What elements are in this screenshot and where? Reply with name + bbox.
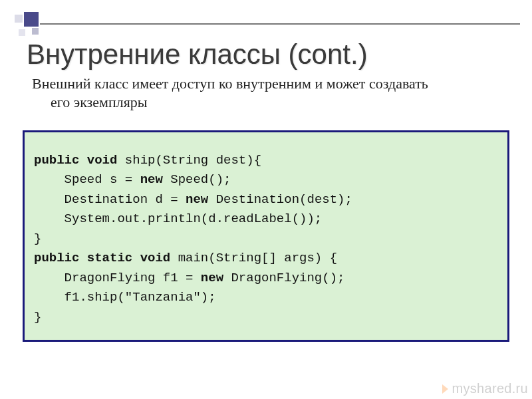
code-text: Destination d =	[34, 192, 186, 207]
code-text: DragonFlying f1 =	[34, 271, 201, 285]
code-text: f1.ship("Tanzania");	[34, 290, 216, 305]
code-block: public void ship(String dest){ Speed s =…	[23, 130, 509, 342]
code-text: ship(String dest){	[125, 153, 261, 168]
deco-square	[32, 28, 39, 35]
code-text: Speed();	[170, 172, 231, 187]
watermark-text: myshared.ru	[452, 381, 528, 396]
subtitle-line1: Внешний класс имеет доступ ко внутренним…	[32, 75, 428, 92]
code-keyword: new	[186, 192, 216, 207]
deco-square	[15, 15, 23, 23]
code-keyword: public void	[34, 153, 125, 168]
code-text: }	[34, 310, 41, 325]
code-text: main(String[] args) {	[178, 251, 337, 265]
slide-subtitle: Внешний класс имеет доступ ко внутренним…	[32, 74, 512, 111]
deco-square	[24, 12, 39, 27]
play-icon	[442, 384, 448, 394]
code-text: Destination(dest);	[216, 192, 352, 207]
code-text: }	[34, 231, 41, 246]
deco-square	[19, 29, 25, 36]
subtitle-line2: его экземпляры	[32, 93, 512, 112]
header-rule	[40, 23, 520, 25]
code-keyword: new	[140, 172, 171, 187]
code-text: Speed s =	[34, 172, 140, 187]
code-text: System.out.println(d.readLabel());	[34, 211, 322, 226]
code-text: DragonFlying();	[231, 271, 344, 285]
slide-title: Внутренние классы (cont.)	[27, 39, 368, 70]
code-keyword: public static void	[34, 251, 178, 265]
watermark: myshared.ru	[442, 381, 528, 396]
code-keyword: new	[201, 271, 231, 285]
